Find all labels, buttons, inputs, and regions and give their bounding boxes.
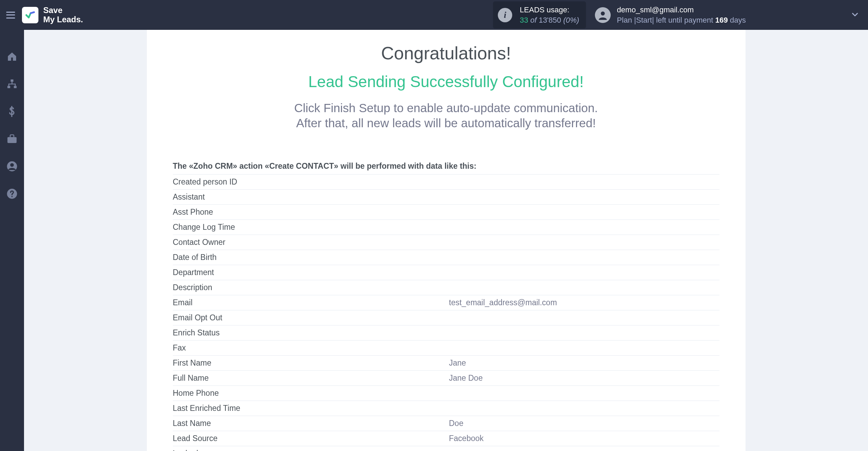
table-row: Contact Owner (173, 235, 719, 250)
sidebar-item-help[interactable] (4, 186, 20, 201)
main-card: Congratulations! Lead Sending Successful… (147, 30, 746, 451)
svg-point-8 (11, 196, 13, 197)
sitemap-icon (7, 79, 17, 90)
sidebar (0, 30, 24, 451)
page-title: Congratulations! (173, 43, 719, 63)
svg-rect-2 (8, 86, 10, 88)
account-text: demo_sml@gmail.com Plan |Start| left unt… (617, 5, 746, 25)
row-label: Department (173, 268, 449, 277)
account-menu[interactable]: demo_sml@gmail.com Plan |Start| left unt… (595, 5, 746, 25)
table-row: First NameJane (173, 356, 719, 371)
hamburger-menu-button[interactable] (2, 7, 19, 24)
row-label: Assistant (173, 192, 449, 202)
home-icon (7, 51, 17, 62)
logo-icon (22, 7, 38, 23)
row-label: Locked (173, 449, 449, 451)
svg-point-0 (601, 11, 605, 15)
svg-rect-3 (14, 86, 16, 88)
usage-box[interactable]: i LEADS usage: 33 of 13'850 (0%) (493, 1, 586, 28)
page-subtitle: Lead Sending Successfully Configured! (173, 72, 719, 91)
sidebar-item-account[interactable] (4, 159, 20, 174)
row-label: Last Enriched Time (173, 404, 449, 413)
table-row: Emailtest_email_address@mail.com (173, 295, 719, 310)
row-label: Home Phone (173, 389, 449, 398)
svg-rect-4 (8, 137, 17, 143)
svg-point-6 (10, 163, 14, 167)
row-label: Email Opt Out (173, 313, 449, 322)
table-row: Fax (173, 341, 719, 356)
row-value: test_email_address@mail.com (449, 298, 557, 307)
table-row: Enrich Status (173, 325, 719, 341)
row-label: Last Name (173, 419, 449, 428)
row-value: Doe (449, 419, 464, 428)
row-label: Fax (173, 343, 449, 353)
row-label: Date of Birth (173, 253, 449, 262)
row-label: Created person ID (173, 177, 449, 187)
sidebar-item-billing[interactable] (4, 104, 20, 119)
info-icon: i (498, 8, 512, 22)
table-row: Created person ID (173, 175, 719, 190)
table-row: Locked (173, 446, 719, 451)
row-label: Full Name (173, 373, 449, 383)
user-icon (598, 10, 608, 20)
table-row: Last NameDoe (173, 416, 719, 431)
table-row: Change Log Time (173, 220, 719, 235)
row-label: Enrich Status (173, 328, 449, 337)
table-row: Email Opt Out (173, 310, 719, 325)
question-icon (7, 188, 17, 199)
table-row: Department (173, 265, 719, 280)
table-row: Assistant (173, 190, 719, 205)
table-row: Asst Phone (173, 205, 719, 220)
hamburger-icon (6, 12, 15, 19)
row-label: Description (173, 283, 449, 292)
user-circle-icon (7, 161, 17, 172)
sidebar-item-partner[interactable] (4, 131, 20, 146)
data-rows: Created person IDAssistantAsst PhoneChan… (173, 174, 719, 451)
row-value: Jane (449, 358, 466, 368)
row-label: Change Log Time (173, 223, 449, 232)
table-row: Date of Birth (173, 250, 719, 265)
table-row: Home Phone (173, 386, 719, 401)
page-hint: Click Finish Setup to enable auto-update… (173, 100, 719, 131)
content-area: Congratulations! Lead Sending Successful… (24, 30, 868, 451)
table-row: Lead SourceFacebook (173, 431, 719, 446)
table-row: Description (173, 280, 719, 295)
row-label: Asst Phone (173, 207, 449, 217)
table-row: Last Enriched Time (173, 401, 719, 416)
logo[interactable]: Save My Leads. (22, 6, 83, 24)
row-label: First Name (173, 358, 449, 368)
dollar-icon (8, 106, 16, 117)
row-value: Facebook (449, 434, 484, 443)
usage-text: LEADS usage: 33 of 13'850 (0%) (520, 5, 579, 25)
sidebar-item-connections[interactable] (4, 76, 20, 92)
account-dropdown-button[interactable] (851, 10, 859, 20)
chevron-down-icon (851, 10, 859, 19)
row-label: Email (173, 298, 449, 307)
row-value: Jane Doe (449, 373, 483, 383)
logo-text: Save My Leads. (43, 6, 83, 24)
avatar (595, 7, 611, 23)
row-label: Lead Source (173, 434, 449, 443)
svg-rect-1 (11, 80, 13, 82)
sidebar-item-home[interactable] (4, 49, 20, 64)
row-label: Contact Owner (173, 238, 449, 247)
checkmark-icon (24, 9, 36, 21)
action-description: The «Zoho CRM» action «Create CONTACT» w… (173, 162, 719, 174)
table-row: Full NameJane Doe (173, 371, 719, 386)
briefcase-icon (7, 134, 17, 144)
top-header: Save My Leads. i LEADS usage: 33 of 13'8… (0, 0, 868, 30)
